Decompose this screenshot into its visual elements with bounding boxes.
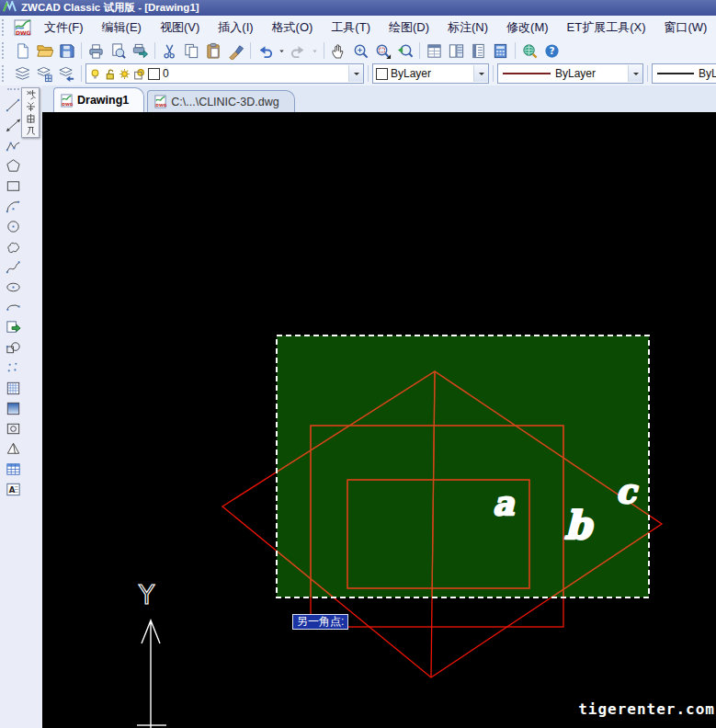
revision-cloud-button[interactable] [2, 237, 24, 256]
tab-drawing1[interactable]: DWG Drawing1 [53, 87, 144, 112]
region-button[interactable] [2, 419, 24, 438]
open-button[interactable] [34, 41, 55, 61]
menu-file[interactable]: 文件(F) [35, 16, 93, 40]
insert-block-button[interactable] [2, 318, 24, 337]
menu-express-tools[interactable]: ET扩展工具(X) [558, 16, 655, 40]
table-icon [5, 461, 22, 478]
print-button[interactable] [85, 41, 107, 61]
menu-items: 文件(F)编辑(E)视图(V)插入(I)格式(O)工具(T)绘图(D)标注(N)… [35, 16, 716, 40]
color-combo-caret[interactable] [473, 65, 488, 82]
calculator-button[interactable] [490, 41, 511, 61]
redo-button[interactable] [288, 41, 309, 61]
menu-modify[interactable]: 修改(M) [497, 16, 558, 40]
linetype-combo[interactable]: ByLayer [497, 63, 643, 84]
menu-view[interactable]: 视图(V) [151, 16, 209, 40]
layer-combo[interactable]: 0 [85, 63, 364, 84]
linetype-combo-caret[interactable] [628, 65, 642, 82]
menu-dimension[interactable]: 标注(N) [438, 16, 497, 40]
gradient-button[interactable] [2, 399, 24, 418]
menu-insert[interactable]: 插入(I) [209, 16, 262, 40]
undo-button[interactable] [255, 41, 276, 61]
mtext-button[interactable]: A [2, 480, 24, 499]
zoom-realtime-button[interactable] [350, 41, 371, 61]
menu-tools[interactable]: 工具(T) [322, 16, 380, 40]
arc-button[interactable] [2, 197, 24, 216]
pan-icon [330, 42, 347, 60]
standard-toolbar: ? [0, 40, 716, 63]
menu-draw[interactable]: 绘图(D) [380, 16, 438, 40]
redo-icon [290, 42, 307, 60]
match-properties-icon [227, 42, 244, 60]
find-button[interactable] [519, 41, 540, 61]
polygon-icon [5, 157, 22, 175]
cut-button[interactable] [159, 41, 180, 61]
make-block-button[interactable] [2, 338, 24, 358]
print-preview-button[interactable] [108, 41, 129, 61]
toolbar-separator [324, 42, 324, 59]
publish-button[interactable] [130, 41, 151, 61]
toolbar-grip[interactable] [2, 42, 7, 59]
linetype-sample [503, 73, 551, 74]
toolbar-separator [81, 42, 82, 59]
properties-button[interactable] [424, 41, 445, 61]
polygon-button[interactable] [2, 156, 24, 176]
ellipse-button[interactable] [2, 278, 24, 297]
copy-button[interactable] [181, 41, 202, 61]
annotation-letter-b: b [564, 503, 594, 548]
toolbar-separator [419, 42, 420, 59]
zoom-window-button[interactable] [372, 41, 393, 61]
mini-tool-icon-1[interactable] [25, 89, 37, 100]
undo-caret-button[interactable] [277, 41, 287, 61]
layer-combo-caret[interactable] [348, 65, 363, 82]
toolbar-separator [368, 65, 369, 82]
pan-button[interactable] [328, 41, 349, 61]
axis-arrow [142, 620, 160, 728]
menu-edit[interactable]: 编辑(E) [93, 16, 151, 40]
paste-button[interactable] [203, 41, 224, 61]
spline-button[interactable] [2, 257, 24, 277]
lineweight-combo[interactable]: ByLayer [652, 63, 716, 84]
ellipse-arc-icon [5, 299, 22, 316]
menu-grip[interactable] [2, 19, 7, 36]
menu-window[interactable]: 窗口(W) [655, 16, 716, 40]
zoom-realtime-icon [352, 42, 369, 60]
axis-label-y: Y [138, 580, 155, 610]
tool-palettes-button[interactable] [468, 41, 489, 61]
polyline-button[interactable] [2, 136, 24, 155]
current-layer-value: 0 [163, 67, 169, 80]
wipeout-button[interactable] [2, 439, 24, 459]
match-properties-button[interactable] [225, 41, 246, 61]
tool-palettes-icon [470, 42, 487, 60]
new-button[interactable] [12, 41, 33, 61]
layer-manager-button[interactable] [12, 64, 33, 84]
layer-on-bulb-icon [89, 68, 101, 80]
mini-tool-icon-4[interactable] [25, 125, 37, 136]
drawing-canvas[interactable]: Y a b c 另一角点: tigerenter.com [42, 112, 716, 728]
save-button[interactable] [56, 41, 77, 61]
menu-format[interactable]: 格式(O) [263, 16, 323, 40]
point-button[interactable] [2, 358, 24, 378]
circle-button[interactable] [2, 217, 24, 236]
table-button[interactable] [2, 460, 24, 479]
publish-icon [131, 42, 149, 60]
zoom-previous-button[interactable] [394, 41, 415, 61]
toolbar-grip[interactable] [2, 65, 7, 82]
ellipse-arc-button[interactable] [2, 298, 24, 317]
tab-clinic-3d[interactable]: DWG C:\...\CLINIC-3D.dwg [147, 90, 294, 112]
mini-tool-icon-3[interactable] [25, 113, 37, 124]
svg-text:DWG: DWG [62, 101, 73, 106]
layer-unlock-icon [104, 68, 116, 80]
layer-states-button[interactable] [34, 64, 55, 84]
document-tab-bar: DWG Drawing1 DWG C:\...\CLINIC-3D.dwg [42, 85, 716, 112]
open-icon [36, 42, 53, 60]
design-center-button[interactable] [446, 41, 467, 61]
layer-previous-button[interactable] [56, 64, 77, 84]
toolbar-separator [493, 65, 494, 82]
mini-tool-icon-2[interactable] [25, 101, 37, 112]
hatch-button[interactable] [2, 379, 24, 398]
redo-caret-button[interactable] [310, 41, 320, 61]
color-combo[interactable]: ByLayer [372, 63, 489, 84]
help-button[interactable]: ? [541, 41, 563, 61]
rectangle-button[interactable] [2, 176, 24, 196]
floating-mini-toolbar [21, 87, 40, 138]
